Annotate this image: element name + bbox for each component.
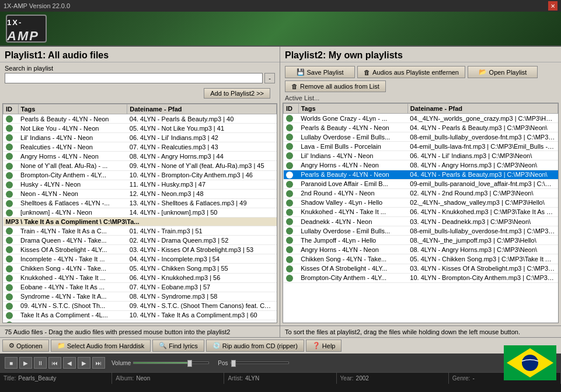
- table-row[interactable]: Incomplete - 4LYN - Take It ...04. 4LYN …: [4, 254, 277, 264]
- table-row[interactable]: Chikken Song - 4LYN - Take...05. 4LYN - …: [4, 264, 277, 273]
- rip-audio-button[interactable]: 💿 Rip audio from CD (ripper): [206, 340, 304, 352]
- row-tags: Knukkohed - 4LYN - Take It ...: [18, 273, 127, 282]
- table-row[interactable]: Knukkohed - 4LYN - Take It ...06. 4LYN -…: [4, 273, 277, 282]
- play-button[interactable]: ▶: [19, 357, 32, 369]
- table-row[interactable]: Worlds Gone Crazy - 4Lyn - ...04._4LYN-_…: [284, 114, 558, 123]
- row-file: 06. 4LYN - Knukkohed.mp3 | C:\MP3\Take I…: [407, 207, 557, 216]
- table-row[interactable]: Not Like You - 4LYN - Neon05. 4LYN - Not…: [4, 124, 277, 133]
- track-icon: [6, 172, 13, 179]
- row-file: 04. 4LYN - Pearls & Beauty.mp3 | C:\MP3\…: [407, 170, 557, 179]
- table-row[interactable]: Neon - 4LYN - Neon12. 4LYN - Neon.mp3 | …: [4, 189, 277, 198]
- row-file: 01. 4LYN - Train.mp3 | 51: [127, 226, 277, 236]
- table-row[interactable]: 2nd Round - 4LYN - Neon02. 4LYN - 2nd Ro…: [284, 188, 558, 198]
- table-row[interactable]: [unknown] - 4LYN - Neon14. 4LYN - [unkno…: [4, 208, 277, 217]
- track-icon: [286, 265, 293, 272]
- table-row[interactable]: Eobane - 4LYN - Take It As ...07. 4LYN -…: [4, 282, 277, 292]
- pos-section: Pos: [218, 360, 288, 366]
- help-button[interactable]: ❓ Help: [306, 340, 342, 352]
- table-row[interactable]: Drama Queen - 4LYN - Take...02. 4LYN - D…: [4, 236, 277, 245]
- next-track-button[interactable]: ⏭: [92, 357, 105, 369]
- volume-slider[interactable]: [133, 362, 209, 364]
- prev-button[interactable]: ◀: [63, 357, 76, 369]
- table-row[interactable]: Lullaby Overdose - Emil Bulls...08-emil_…: [284, 226, 558, 236]
- row-tags: Pearls & Beauty - 4LYN - Neon: [18, 114, 127, 124]
- row-tags: Kisses Of A Strobelight - 4LY...: [18, 245, 127, 254]
- track-icon: [6, 134, 13, 141]
- table-row[interactable]: Train - 4LYN - Take It As a C...01. 4LYN…: [4, 226, 277, 236]
- remove-all-button[interactable]: 🗑 Remove all audios from List: [285, 80, 386, 92]
- table-row[interactable]: None of Y'all (feat. Afu-Ra) - ...09. 4L…: [4, 161, 277, 170]
- optionen-button[interactable]: ⚙ Optionen: [2, 340, 49, 352]
- track-icon: [6, 228, 13, 235]
- close-button[interactable]: ✕: [548, 1, 557, 10]
- prev-track-button[interactable]: ⏮: [48, 357, 61, 369]
- row-file: 07. 4LYN - Eobane.mp3 | 57: [127, 282, 277, 292]
- stop-button[interactable]: ■: [5, 357, 18, 369]
- table-row[interactable]: Lullaby Overdose - Emil Bulls...08-emil_…: [284, 132, 558, 142]
- row-tags: Angry Horns - 4LYN - Neon: [18, 152, 127, 161]
- table-row[interactable]: Shadow Valley - 4Lyn - Hello02._4LYN-_sh…: [284, 198, 558, 207]
- table-row[interactable]: Knukkohed - 4LYN - Take It ...06. 4LYN -…: [284, 207, 558, 216]
- col-tags-left: Tags: [18, 104, 127, 114]
- pos-slider[interactable]: [231, 362, 289, 364]
- track-icon: [6, 293, 13, 300]
- track-icon: [286, 181, 293, 188]
- table-row[interactable]: Take It As a Compliment - 4L...10. 4LYN …: [4, 310, 277, 320]
- table-row[interactable]: Lil' Indians - 4LYN - Neon06. 4LYN - Lil…: [284, 151, 558, 160]
- table-row[interactable]: Brompton-City Anthem - 4LY...10. 4LYN - …: [284, 273, 558, 282]
- table-row[interactable]: Angry Horns - 4LYN - Neon08. 4LYN - Angr…: [4, 152, 277, 161]
- table-row[interactable]: MP3 \ Take It As a Compliment \ C:\MP3\T…: [4, 218, 277, 226]
- table-row[interactable]: Deadnekk - 4LYN - Neon03. 4LYN - Deadnek…: [284, 217, 558, 226]
- find-lyrics-button[interactable]: 🔍 Find lyrics: [152, 340, 204, 352]
- row-id: [4, 170, 19, 180]
- table-row[interactable]: Paranoid Love Affair - Emil B...09-emil_…: [284, 179, 558, 188]
- table-row[interactable]: Kisses Of A Strobelight - 4LY...03. 4LYN…: [284, 264, 558, 273]
- pause-button[interactable]: ⏸: [34, 357, 47, 369]
- table-row[interactable]: Husky - 4LYN - Neon11. 4LYN - Husky.mp3 …: [4, 180, 277, 189]
- col-id-left: ID: [4, 104, 19, 114]
- row-id: [284, 273, 299, 282]
- search-bar: Search in playlist -: [0, 62, 280, 86]
- open-playlist-button[interactable]: 📂 Open Playlist: [468, 66, 538, 78]
- search-clear-button[interactable]: -: [264, 73, 275, 83]
- track-icon: [6, 209, 13, 216]
- row-id: [4, 198, 19, 208]
- save-playlist-button[interactable]: 💾 Save Playlist: [285, 66, 355, 78]
- row-tags: Worlds Gone Crazy - 4Lyn - ...: [298, 114, 407, 123]
- table-row[interactable]: Brompton-City Anthem - 4LY...10. 4LYN - …: [4, 170, 277, 180]
- table-row[interactable]: Pearls & Beauty - 4LYN - Neon04. 4LYN - …: [284, 123, 558, 132]
- row-tags: Neon - 4LYN - Neon: [18, 189, 127, 198]
- table-row[interactable]: Kisses Of A Strobelight - 4LY...03. 4LYN…: [4, 245, 277, 254]
- genre-label: Genre:: [452, 375, 471, 382]
- row-tags: Paranoid Love Affair - Emil B...: [298, 179, 407, 188]
- next-button[interactable]: ▶: [78, 357, 90, 369]
- table-row[interactable]: Realcuties - 4LYN - Neon07. 4LYN - Realc…: [4, 142, 277, 152]
- table-row[interactable]: The Jumpoff - 4Lyn - Hello08._4LYN-_the_…: [284, 236, 558, 245]
- table-row[interactable]: 09. 4LYN - S.T.C. (Shoot Th...09. 4LYN -…: [4, 301, 277, 310]
- help-icon: ❓: [312, 342, 320, 349]
- add-to-playlist2-button[interactable]: Add to Playlist2 >>: [204, 88, 270, 99]
- row-tags: Deadnekk - 4LYN - Neon: [298, 217, 407, 226]
- table-row[interactable]: Pearls & Beauty - 4LYN - Neon04. 4LYN - …: [284, 170, 558, 179]
- row-tags: Syndrome - 4LYN - Take It A...: [18, 292, 127, 301]
- table-row[interactable]: Stay Different - 4LYN - Take...11. 4LYN …: [4, 320, 277, 323]
- table-row[interactable]: Lava - Emil Bulls - Porcelain04-emil_bul…: [284, 142, 558, 151]
- row-tags: Pearls & Beauty - 4LYN - Neon: [298, 123, 407, 132]
- table-row[interactable]: Angry Horns - 4LYN - Neon08. 4LYN - Angr…: [284, 160, 558, 170]
- artist-label: Artist:: [228, 375, 243, 382]
- album-value: Neon: [136, 375, 150, 382]
- row-tags: Chikken Song - 4LYN - Take...: [298, 254, 407, 264]
- table-row[interactable]: Pearls & Beauty - 4LYN - Neon04. 4LYN - …: [4, 114, 277, 124]
- table-row[interactable]: Angry Horns - 4LYN - Neon08. 4LYN - Angr…: [284, 245, 558, 254]
- search-input[interactable]: [5, 73, 263, 83]
- table-row[interactable]: Chikken Song - 4LYN - Take...05. 4LYN - …: [284, 254, 558, 264]
- select-audio-button[interactable]: 📁 Select Audio from Harddisk: [51, 340, 151, 352]
- row-id: [4, 152, 19, 161]
- bottom-buttons-row: ⚙ Optionen 📁 Select Audio from Harddisk …: [0, 337, 561, 354]
- row-tags: Angry Horns - 4LYN - Neon: [298, 160, 407, 170]
- table-row[interactable]: Syndrome - 4LYN - Take It A...08. 4LYN -…: [4, 292, 277, 301]
- table-row[interactable]: Lil' Indians - 4LYN - Neon06. 4LYN - Lil…: [4, 133, 277, 142]
- search-label: Search in playlist: [5, 65, 275, 72]
- remove-audios-button[interactable]: 🗑 Audios aus Playliste entfernen: [357, 66, 465, 78]
- table-row[interactable]: Shelltoes & Fatlaces - 4LYN -...13. 4LYN…: [4, 198, 277, 208]
